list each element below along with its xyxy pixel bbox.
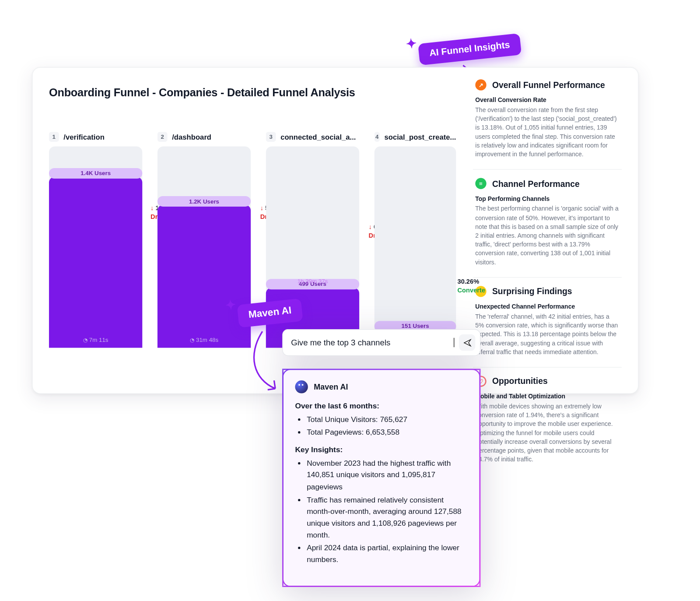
insight-opportunities: ♡ Opportunities Mobile and Tablet Optimi…: [473, 367, 622, 474]
insight-title: Channel Performance: [492, 179, 580, 188]
insight-body: The overall conversion rate from the fir…: [475, 105, 619, 159]
users-pill: 1.4K Users: [49, 168, 142, 179]
step-label: /verification: [63, 133, 105, 141]
chat-answer: Maven AI Over the last 6 months: Total U…: [282, 369, 480, 587]
convert-label: Converte: [457, 287, 485, 294]
insight-subtitle: Overall Conversion Rate: [475, 96, 619, 103]
page-title: Onboarding Funnel - Companies - Detailed…: [49, 86, 466, 99]
step-label: social_post_create...: [384, 133, 456, 141]
answer-list-1: Total Unique Visitors: 765,627 Total Pag…: [295, 414, 468, 438]
step-number: 2: [158, 132, 168, 142]
funnel-step-social-post-created[interactable]: 4 social_post_create... 151 Users 30.26%…: [374, 132, 456, 348]
ai-name: Maven AI: [314, 383, 348, 391]
sparkle-icon: ✦: [406, 36, 417, 52]
list-item: November 2023 had the highest traffic wi…: [307, 457, 468, 493]
step-number: 1: [49, 132, 59, 142]
bars-icon: ≡: [475, 178, 486, 189]
step-label: /dashboard: [172, 133, 211, 141]
insight-subtitle: Mobile and Tablet Optimization: [475, 393, 619, 400]
insight-subtitle: Top Performing Channels: [475, 195, 619, 202]
step-number: 3: [266, 132, 276, 142]
insight-title: Overall Funnel Performance: [492, 80, 605, 89]
ai-funnel-insights-badge: ✦ AI Funnel Insights: [418, 33, 522, 65]
arrow-down-icon: ↓: [150, 204, 155, 211]
send-icon: [463, 338, 472, 347]
convert-pct: 30.26%: [457, 278, 479, 285]
step-time: 1h 39m 37s: [266, 278, 359, 284]
insight-title: Opportunities: [492, 376, 548, 386]
arrow-down-icon: ↓: [369, 223, 374, 230]
users-pill: 1.2K Users: [158, 196, 251, 207]
step-number: 4: [374, 132, 380, 142]
ai-avatar-icon: [295, 380, 308, 393]
funnel-step-verification[interactable]: 1 /verification 7m 11s 1.4K Users ↓ 16.8…: [49, 132, 142, 348]
insight-surprising-findings: ⚡ Surprising Findings Unexpected Channel…: [473, 277, 622, 367]
answer-list-2: November 2023 had the highest traffic wi…: [295, 457, 468, 566]
insight-channel-performance: ≡ Channel Performance Top Performing Cha…: [473, 169, 622, 277]
sparkle-icon: ✦: [224, 297, 236, 313]
maven-ai-chat-panel: Maven AI Over the last 6 months: Total U…: [282, 329, 480, 587]
chat-input[interactable]: [291, 338, 448, 347]
list-item: Total Unique Visitors: 765,627: [307, 414, 468, 425]
funnel-step-dashboard[interactable]: 2 /dashboard 31m 48s 1.2K Users ↓ 57.46%…: [158, 132, 251, 348]
answer-heading: Over the last 6 months:: [295, 401, 379, 410]
insights-sidebar: ↗ Overall Funnel Performance Overall Con…: [473, 76, 622, 381]
insight-title: Surprising Findings: [492, 287, 572, 296]
insight-overall-performance: ↗ Overall Funnel Performance Overall Con…: [473, 76, 622, 169]
badge-label: Maven AI: [248, 305, 292, 320]
arrow-down-icon: ↓: [260, 204, 265, 211]
chat-prompt[interactable]: [282, 329, 480, 356]
step-label: connected_social_a...: [280, 133, 356, 141]
step-time: 7m 11s: [49, 337, 142, 343]
insight-body: The 'referral' channel, with 42 initial …: [475, 312, 619, 356]
list-item: April 2024 data is partial, explaining t…: [307, 542, 468, 566]
badge-label: AI Funnel Insights: [429, 39, 510, 58]
chart-up-icon: ↗: [475, 79, 486, 90]
step-time: 31m 48s: [158, 337, 251, 343]
insight-subtitle: Unexpected Channel Performance: [475, 303, 619, 310]
insight-body: With mobile devices showing an extremely…: [475, 402, 619, 464]
send-button[interactable]: [459, 334, 475, 351]
list-item: Traffic has remained relatively consiste…: [307, 494, 468, 541]
insight-body: The best performing channel is 'organic …: [475, 204, 619, 267]
answer-heading: Key Insights:: [295, 445, 343, 454]
list-item: Total Pageviews: 6,653,558: [307, 427, 468, 439]
